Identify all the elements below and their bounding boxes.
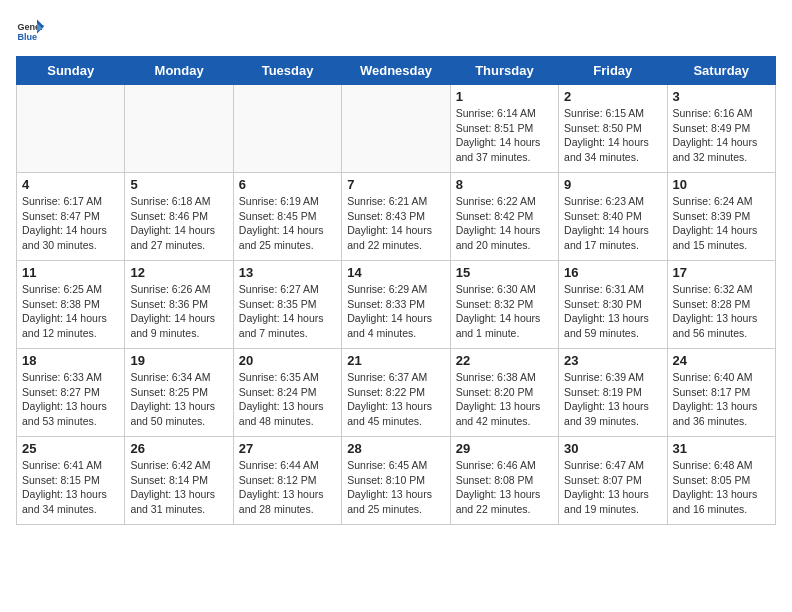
- day-number: 3: [673, 89, 770, 104]
- day-number: 19: [130, 353, 227, 368]
- day-number: 22: [456, 353, 553, 368]
- cell-content: Sunrise: 6:47 AM Sunset: 8:07 PM Dayligh…: [564, 458, 661, 517]
- calendar-cell: 4Sunrise: 6:17 AM Sunset: 8:47 PM Daylig…: [17, 173, 125, 261]
- day-header-tuesday: Tuesday: [233, 57, 341, 85]
- cell-content: Sunrise: 6:29 AM Sunset: 8:33 PM Dayligh…: [347, 282, 444, 341]
- day-number: 8: [456, 177, 553, 192]
- calendar-cell: 8Sunrise: 6:22 AM Sunset: 8:42 PM Daylig…: [450, 173, 558, 261]
- calendar-cell: 29Sunrise: 6:46 AM Sunset: 8:08 PM Dayli…: [450, 437, 558, 525]
- calendar-cell: 10Sunrise: 6:24 AM Sunset: 8:39 PM Dayli…: [667, 173, 775, 261]
- calendar-cell: [125, 85, 233, 173]
- day-number: 9: [564, 177, 661, 192]
- calendar-cell: 5Sunrise: 6:18 AM Sunset: 8:46 PM Daylig…: [125, 173, 233, 261]
- cell-content: Sunrise: 6:32 AM Sunset: 8:28 PM Dayligh…: [673, 282, 770, 341]
- day-number: 7: [347, 177, 444, 192]
- calendar-week-1: 1Sunrise: 6:14 AM Sunset: 8:51 PM Daylig…: [17, 85, 776, 173]
- calendar-cell: 14Sunrise: 6:29 AM Sunset: 8:33 PM Dayli…: [342, 261, 450, 349]
- cell-content: Sunrise: 6:44 AM Sunset: 8:12 PM Dayligh…: [239, 458, 336, 517]
- day-number: 2: [564, 89, 661, 104]
- calendar-cell: 31Sunrise: 6:48 AM Sunset: 8:05 PM Dayli…: [667, 437, 775, 525]
- day-number: 18: [22, 353, 119, 368]
- page-header: General Blue: [16, 16, 776, 44]
- calendar-cell: 1Sunrise: 6:14 AM Sunset: 8:51 PM Daylig…: [450, 85, 558, 173]
- cell-content: Sunrise: 6:16 AM Sunset: 8:49 PM Dayligh…: [673, 106, 770, 165]
- calendar-cell: 15Sunrise: 6:30 AM Sunset: 8:32 PM Dayli…: [450, 261, 558, 349]
- calendar-cell: 6Sunrise: 6:19 AM Sunset: 8:45 PM Daylig…: [233, 173, 341, 261]
- day-number: 5: [130, 177, 227, 192]
- calendar-week-5: 25Sunrise: 6:41 AM Sunset: 8:15 PM Dayli…: [17, 437, 776, 525]
- cell-content: Sunrise: 6:17 AM Sunset: 8:47 PM Dayligh…: [22, 194, 119, 253]
- cell-content: Sunrise: 6:37 AM Sunset: 8:22 PM Dayligh…: [347, 370, 444, 429]
- calendar-cell: 28Sunrise: 6:45 AM Sunset: 8:10 PM Dayli…: [342, 437, 450, 525]
- day-number: 24: [673, 353, 770, 368]
- calendar-cell: 18Sunrise: 6:33 AM Sunset: 8:27 PM Dayli…: [17, 349, 125, 437]
- day-number: 17: [673, 265, 770, 280]
- day-number: 26: [130, 441, 227, 456]
- cell-content: Sunrise: 6:41 AM Sunset: 8:15 PM Dayligh…: [22, 458, 119, 517]
- cell-content: Sunrise: 6:18 AM Sunset: 8:46 PM Dayligh…: [130, 194, 227, 253]
- cell-content: Sunrise: 6:31 AM Sunset: 8:30 PM Dayligh…: [564, 282, 661, 341]
- day-header-wednesday: Wednesday: [342, 57, 450, 85]
- calendar-cell: 9Sunrise: 6:23 AM Sunset: 8:40 PM Daylig…: [559, 173, 667, 261]
- calendar-week-4: 18Sunrise: 6:33 AM Sunset: 8:27 PM Dayli…: [17, 349, 776, 437]
- calendar-cell: 27Sunrise: 6:44 AM Sunset: 8:12 PM Dayli…: [233, 437, 341, 525]
- cell-content: Sunrise: 6:45 AM Sunset: 8:10 PM Dayligh…: [347, 458, 444, 517]
- cell-content: Sunrise: 6:25 AM Sunset: 8:38 PM Dayligh…: [22, 282, 119, 341]
- calendar-cell: [342, 85, 450, 173]
- cell-content: Sunrise: 6:40 AM Sunset: 8:17 PM Dayligh…: [673, 370, 770, 429]
- day-number: 28: [347, 441, 444, 456]
- cell-content: Sunrise: 6:38 AM Sunset: 8:20 PM Dayligh…: [456, 370, 553, 429]
- cell-content: Sunrise: 6:26 AM Sunset: 8:36 PM Dayligh…: [130, 282, 227, 341]
- day-number: 13: [239, 265, 336, 280]
- cell-content: Sunrise: 6:24 AM Sunset: 8:39 PM Dayligh…: [673, 194, 770, 253]
- calendar-cell: 23Sunrise: 6:39 AM Sunset: 8:19 PM Dayli…: [559, 349, 667, 437]
- cell-content: Sunrise: 6:35 AM Sunset: 8:24 PM Dayligh…: [239, 370, 336, 429]
- day-number: 4: [22, 177, 119, 192]
- calendar-cell: 25Sunrise: 6:41 AM Sunset: 8:15 PM Dayli…: [17, 437, 125, 525]
- day-header-sunday: Sunday: [17, 57, 125, 85]
- cell-content: Sunrise: 6:22 AM Sunset: 8:42 PM Dayligh…: [456, 194, 553, 253]
- calendar-cell: 24Sunrise: 6:40 AM Sunset: 8:17 PM Dayli…: [667, 349, 775, 437]
- day-number: 16: [564, 265, 661, 280]
- logo: General Blue: [16, 16, 44, 44]
- day-number: 15: [456, 265, 553, 280]
- day-number: 14: [347, 265, 444, 280]
- day-number: 6: [239, 177, 336, 192]
- day-number: 25: [22, 441, 119, 456]
- day-number: 23: [564, 353, 661, 368]
- cell-content: Sunrise: 6:33 AM Sunset: 8:27 PM Dayligh…: [22, 370, 119, 429]
- calendar-cell: 16Sunrise: 6:31 AM Sunset: 8:30 PM Dayli…: [559, 261, 667, 349]
- cell-content: Sunrise: 6:15 AM Sunset: 8:50 PM Dayligh…: [564, 106, 661, 165]
- day-header-monday: Monday: [125, 57, 233, 85]
- day-number: 1: [456, 89, 553, 104]
- day-number: 12: [130, 265, 227, 280]
- day-number: 20: [239, 353, 336, 368]
- calendar-cell: 3Sunrise: 6:16 AM Sunset: 8:49 PM Daylig…: [667, 85, 775, 173]
- day-header-saturday: Saturday: [667, 57, 775, 85]
- cell-content: Sunrise: 6:42 AM Sunset: 8:14 PM Dayligh…: [130, 458, 227, 517]
- calendar-cell: 2Sunrise: 6:15 AM Sunset: 8:50 PM Daylig…: [559, 85, 667, 173]
- cell-content: Sunrise: 6:19 AM Sunset: 8:45 PM Dayligh…: [239, 194, 336, 253]
- cell-content: Sunrise: 6:21 AM Sunset: 8:43 PM Dayligh…: [347, 194, 444, 253]
- cell-content: Sunrise: 6:30 AM Sunset: 8:32 PM Dayligh…: [456, 282, 553, 341]
- cell-content: Sunrise: 6:34 AM Sunset: 8:25 PM Dayligh…: [130, 370, 227, 429]
- day-number: 11: [22, 265, 119, 280]
- day-header-friday: Friday: [559, 57, 667, 85]
- day-number: 27: [239, 441, 336, 456]
- calendar-cell: 22Sunrise: 6:38 AM Sunset: 8:20 PM Dayli…: [450, 349, 558, 437]
- calendar-cell: 13Sunrise: 6:27 AM Sunset: 8:35 PM Dayli…: [233, 261, 341, 349]
- calendar-cell: 20Sunrise: 6:35 AM Sunset: 8:24 PM Dayli…: [233, 349, 341, 437]
- cell-content: Sunrise: 6:39 AM Sunset: 8:19 PM Dayligh…: [564, 370, 661, 429]
- day-number: 21: [347, 353, 444, 368]
- calendar-cell: 19Sunrise: 6:34 AM Sunset: 8:25 PM Dayli…: [125, 349, 233, 437]
- day-number: 29: [456, 441, 553, 456]
- cell-content: Sunrise: 6:23 AM Sunset: 8:40 PM Dayligh…: [564, 194, 661, 253]
- calendar-cell: 21Sunrise: 6:37 AM Sunset: 8:22 PM Dayli…: [342, 349, 450, 437]
- svg-text:Blue: Blue: [17, 32, 37, 42]
- calendar-cell: 30Sunrise: 6:47 AM Sunset: 8:07 PM Dayli…: [559, 437, 667, 525]
- day-number: 31: [673, 441, 770, 456]
- calendar-cell: [17, 85, 125, 173]
- calendar-cell: [233, 85, 341, 173]
- calendar-cell: 11Sunrise: 6:25 AM Sunset: 8:38 PM Dayli…: [17, 261, 125, 349]
- cell-content: Sunrise: 6:14 AM Sunset: 8:51 PM Dayligh…: [456, 106, 553, 165]
